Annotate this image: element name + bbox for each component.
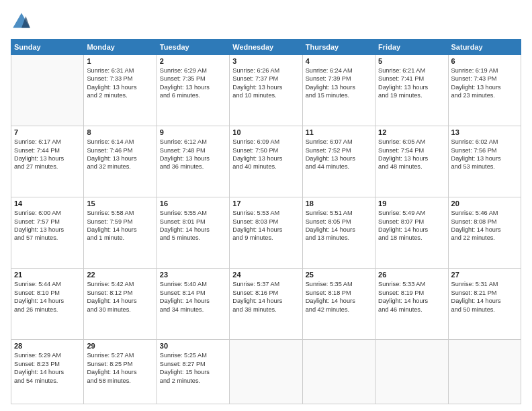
calendar-cell: 21Sunrise: 5:44 AMSunset: 8:10 PMDayligh… — [11, 269, 84, 340]
calendar-cell: 12Sunrise: 6:05 AMSunset: 7:54 PMDayligh… — [375, 126, 448, 197]
day-number: 29 — [87, 342, 153, 350]
day-info: Sunrise: 6:14 AMSunset: 7:46 PMDaylight:… — [87, 138, 153, 171]
calendar-cell: 7Sunrise: 6:17 AMSunset: 7:44 PMDaylight… — [11, 126, 84, 197]
day-number: 13 — [451, 128, 518, 136]
calendar: SundayMondayTuesdayWednesdayThursdayFrid… — [11, 39, 521, 404]
calendar-cell: 29Sunrise: 5:27 AMSunset: 8:25 PMDayligh… — [84, 340, 157, 404]
col-header-friday: Friday — [375, 40, 448, 55]
calendar-cell: 2Sunrise: 6:29 AMSunset: 7:35 PMDaylight… — [157, 55, 229, 126]
calendar-cell: 15Sunrise: 5:58 AMSunset: 7:59 PMDayligh… — [84, 197, 157, 269]
calendar-cell: 24Sunrise: 5:37 AMSunset: 8:16 PMDayligh… — [230, 269, 302, 340]
col-header-wednesday: Wednesday — [230, 40, 302, 55]
calendar-cell: 9Sunrise: 6:12 AMSunset: 7:48 PMDaylight… — [157, 126, 229, 197]
day-info: Sunrise: 5:40 AMSunset: 8:14 PMDaylight:… — [160, 280, 226, 314]
day-number: 9 — [160, 128, 226, 136]
day-number: 22 — [87, 271, 153, 279]
calendar-cell: 18Sunrise: 5:51 AMSunset: 8:05 PMDayligh… — [302, 197, 375, 269]
day-info: Sunrise: 6:07 AMSunset: 7:52 PMDaylight:… — [306, 138, 372, 171]
calendar-cell: 23Sunrise: 5:40 AMSunset: 8:14 PMDayligh… — [157, 269, 229, 340]
day-info: Sunrise: 6:21 AMSunset: 7:41 PMDaylight:… — [378, 66, 445, 100]
day-info: Sunrise: 5:37 AMSunset: 8:16 PMDaylight:… — [232, 280, 299, 314]
day-number: 18 — [306, 199, 372, 208]
day-info: Sunrise: 6:17 AMSunset: 7:44 PMDaylight:… — [14, 138, 81, 171]
day-number: 26 — [378, 271, 445, 279]
calendar-cell: 6Sunrise: 6:19 AMSunset: 7:43 PMDaylight… — [448, 55, 521, 126]
calendar-cell: 30Sunrise: 5:25 AMSunset: 8:27 PMDayligh… — [157, 340, 229, 404]
calendar-cell — [448, 340, 521, 404]
calendar-cell: 16Sunrise: 5:55 AMSunset: 8:01 PMDayligh… — [157, 197, 229, 269]
calendar-cell: 11Sunrise: 6:07 AMSunset: 7:52 PMDayligh… — [302, 126, 375, 197]
calendar-cell: 4Sunrise: 6:24 AMSunset: 7:39 PMDaylight… — [302, 55, 375, 126]
day-info: Sunrise: 5:33 AMSunset: 8:19 PMDaylight:… — [378, 280, 445, 314]
day-number: 5 — [378, 57, 445, 65]
day-number: 15 — [87, 199, 153, 208]
calendar-cell: 14Sunrise: 6:00 AMSunset: 7:57 PMDayligh… — [11, 197, 84, 269]
col-header-sunday: Sunday — [11, 40, 84, 55]
calendar-cell: 22Sunrise: 5:42 AMSunset: 8:12 PMDayligh… — [84, 269, 157, 340]
day-info: Sunrise: 6:19 AMSunset: 7:43 PMDaylight:… — [451, 66, 518, 100]
day-info: Sunrise: 5:49 AMSunset: 8:07 PMDaylight:… — [378, 209, 445, 242]
day-info: Sunrise: 5:27 AMSunset: 8:25 PMDaylight:… — [87, 351, 153, 385]
col-header-thursday: Thursday — [302, 40, 375, 55]
day-number: 20 — [451, 199, 518, 208]
calendar-cell: 1Sunrise: 6:31 AMSunset: 7:33 PMDaylight… — [84, 55, 157, 126]
day-number: 10 — [232, 128, 299, 136]
calendar-cell — [230, 340, 302, 404]
calendar-cell: 5Sunrise: 6:21 AMSunset: 7:41 PMDaylight… — [375, 55, 448, 126]
day-info: Sunrise: 6:31 AMSunset: 7:33 PMDaylight:… — [87, 66, 153, 100]
day-number: 28 — [14, 342, 81, 350]
calendar-cell: 26Sunrise: 5:33 AMSunset: 8:19 PMDayligh… — [375, 269, 448, 340]
col-header-saturday: Saturday — [448, 40, 521, 55]
day-number: 19 — [378, 199, 445, 208]
day-number: 11 — [306, 128, 372, 136]
day-number: 4 — [306, 57, 372, 65]
day-info: Sunrise: 5:25 AMSunset: 8:27 PMDaylight:… — [160, 351, 226, 385]
day-info: Sunrise: 5:42 AMSunset: 8:12 PMDaylight:… — [87, 280, 153, 314]
day-number: 23 — [160, 271, 226, 279]
day-number: 17 — [232, 199, 299, 208]
calendar-cell: 19Sunrise: 5:49 AMSunset: 8:07 PMDayligh… — [375, 197, 448, 269]
calendar-cell: 25Sunrise: 5:35 AMSunset: 8:18 PMDayligh… — [302, 269, 375, 340]
day-number: 24 — [232, 271, 299, 279]
day-number: 8 — [87, 128, 153, 136]
calendar-cell: 28Sunrise: 5:29 AMSunset: 8:23 PMDayligh… — [11, 340, 84, 404]
col-header-tuesday: Tuesday — [157, 40, 229, 55]
calendar-cell: 20Sunrise: 5:46 AMSunset: 8:08 PMDayligh… — [448, 197, 521, 269]
day-number: 27 — [451, 271, 518, 279]
day-info: Sunrise: 5:44 AMSunset: 8:10 PMDaylight:… — [14, 280, 81, 314]
day-info: Sunrise: 5:46 AMSunset: 8:08 PMDaylight:… — [451, 209, 518, 242]
day-info: Sunrise: 6:09 AMSunset: 7:50 PMDaylight:… — [232, 138, 299, 171]
calendar-cell — [375, 340, 448, 404]
day-info: Sunrise: 6:29 AMSunset: 7:35 PMDaylight:… — [160, 66, 226, 100]
day-info: Sunrise: 5:58 AMSunset: 7:59 PMDaylight:… — [87, 209, 153, 242]
day-info: Sunrise: 5:31 AMSunset: 8:21 PMDaylight:… — [451, 280, 518, 314]
day-info: Sunrise: 6:26 AMSunset: 7:37 PMDaylight:… — [232, 66, 299, 100]
day-info: Sunrise: 6:05 AMSunset: 7:54 PMDaylight:… — [378, 138, 445, 171]
day-number: 6 — [451, 57, 518, 65]
calendar-cell: 8Sunrise: 6:14 AMSunset: 7:46 PMDaylight… — [84, 126, 157, 197]
day-number: 21 — [14, 271, 81, 279]
calendar-cell: 13Sunrise: 6:02 AMSunset: 7:56 PMDayligh… — [448, 126, 521, 197]
calendar-cell: 3Sunrise: 6:26 AMSunset: 7:37 PMDaylight… — [230, 55, 302, 126]
calendar-cell — [11, 55, 84, 126]
day-info: Sunrise: 5:55 AMSunset: 8:01 PMDaylight:… — [160, 209, 226, 242]
calendar-cell: 27Sunrise: 5:31 AMSunset: 8:21 PMDayligh… — [448, 269, 521, 340]
page-container: SundayMondayTuesdayWednesdayThursdayFrid… — [0, 0, 532, 411]
day-number: 7 — [14, 128, 81, 136]
header — [11, 11, 521, 32]
col-header-monday: Monday — [84, 40, 157, 55]
day-info: Sunrise: 6:12 AMSunset: 7:48 PMDaylight:… — [160, 138, 226, 171]
calendar-cell — [302, 340, 375, 404]
calendar-header-row: SundayMondayTuesdayWednesdayThursdayFrid… — [11, 40, 521, 55]
day-info: Sunrise: 5:51 AMSunset: 8:05 PMDaylight:… — [306, 209, 372, 242]
calendar-cell: 17Sunrise: 5:53 AMSunset: 8:03 PMDayligh… — [230, 197, 302, 269]
day-number: 14 — [14, 199, 81, 208]
day-info: Sunrise: 5:35 AMSunset: 8:18 PMDaylight:… — [306, 280, 372, 314]
day-number: 2 — [160, 57, 226, 65]
day-info: Sunrise: 5:29 AMSunset: 8:23 PMDaylight:… — [14, 351, 81, 385]
day-number: 1 — [87, 57, 153, 65]
day-number: 3 — [232, 57, 299, 65]
day-info: Sunrise: 6:02 AMSunset: 7:56 PMDaylight:… — [451, 138, 518, 171]
day-number: 12 — [378, 128, 445, 136]
logo — [11, 11, 35, 32]
